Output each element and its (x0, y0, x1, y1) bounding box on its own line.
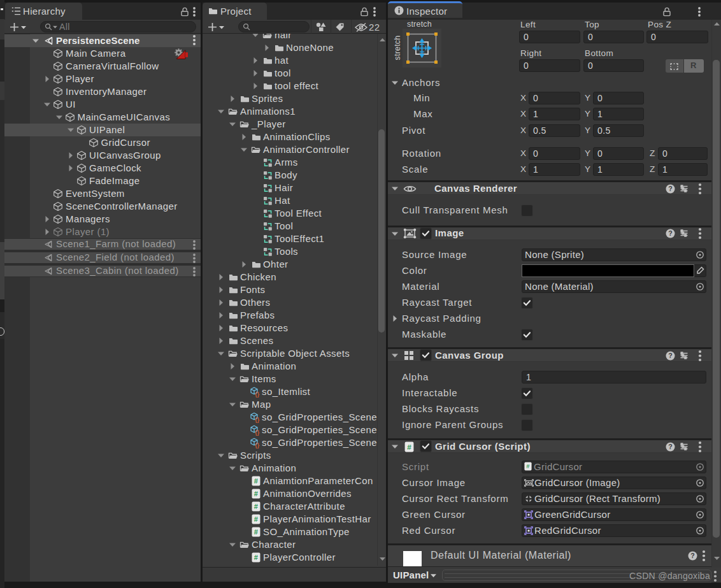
svg-text:?: ? (668, 443, 672, 450)
svg-text:{}: {} (255, 417, 260, 423)
svg-text:#: # (526, 463, 530, 470)
svg-text:#: # (254, 477, 258, 485)
svg-text:#: # (254, 503, 258, 510)
svg-text:#: # (254, 490, 258, 498)
svg-text:?: ? (668, 185, 672, 192)
svg-text:{}: {} (255, 429, 260, 436)
svg-text:{}: {} (255, 442, 260, 448)
svg-text:#: # (407, 443, 411, 451)
svg-text:?: ? (668, 352, 672, 359)
svg-text:#: # (254, 515, 258, 523)
svg-text:{}: {} (255, 391, 260, 398)
svg-text:#: # (254, 528, 258, 536)
svg-text:?: ? (690, 552, 694, 559)
svg-text:?: ? (668, 229, 672, 237)
svg-text:#: # (254, 554, 258, 561)
